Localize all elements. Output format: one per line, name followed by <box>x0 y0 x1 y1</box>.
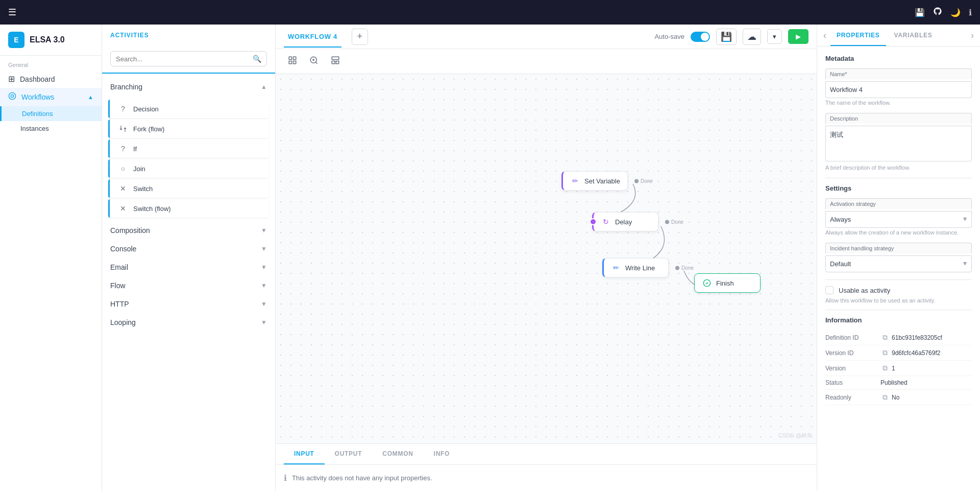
switch-icon: ✕ <box>118 183 128 194</box>
category-email[interactable]: Email ▼ <box>102 258 275 276</box>
category-branching[interactable]: Branching ▲ <box>102 78 275 96</box>
write-line-port-dot <box>675 266 679 270</box>
switch-label: Switch <box>133 185 153 193</box>
svg-rect-8 <box>332 61 335 64</box>
publish-button[interactable]: ☁ <box>743 29 761 45</box>
workflows-chevron-up: ▲ <box>88 94 93 100</box>
add-tab-button[interactable]: + <box>352 29 368 45</box>
activity-fork-flow[interactable]: Fork (flow) <box>108 120 269 138</box>
delay-port-label: Done <box>671 219 683 225</box>
node-delay[interactable]: ↻ Delay Done <box>592 212 658 231</box>
sidebar-sub-item-instances[interactable]: Instances <box>0 121 102 136</box>
activation-strategy-select[interactable]: Always Singleton Correlation <box>825 211 972 228</box>
info-row-readonly: Readonly ⧉ No <box>825 390 972 405</box>
properties-panel: ‹ PROPERTIES VARIABLES › Metadata Name* … <box>817 25 980 491</box>
node-finish[interactable]: Finish <box>694 273 761 293</box>
branching-items: ? Decision Fork (flow) ? If ○ Join <box>102 96 275 221</box>
sidebar-item-dashboard[interactable]: ⊞ Dashboard <box>0 70 102 88</box>
write-line-port-label: Done <box>681 265 694 271</box>
watermark: CSDN @林朱 <box>778 432 813 439</box>
if-label: If <box>133 145 137 153</box>
zoom-fit-button[interactable] <box>305 53 323 69</box>
workflow-canvas[interactable]: ✏ Set Variable Done ↻ Delay Done <box>276 74 817 443</box>
readonly-copy[interactable]: ⧉ <box>883 393 888 402</box>
activity-join[interactable]: ○ Join <box>108 159 269 178</box>
workflows-label: Workflows <box>21 93 54 101</box>
decision-icon: ? <box>118 104 128 114</box>
divider-2 <box>825 279 972 280</box>
tab-variables[interactable]: VARIABLES <box>888 25 939 46</box>
description-textarea[interactable]: 测试 <box>825 126 972 161</box>
activation-hint: Always allow the creation of a new workf… <box>825 229 972 236</box>
activity-switch[interactable]: ✕ Switch <box>108 179 269 198</box>
category-http[interactable]: HTTP ▼ <box>102 295 275 313</box>
svg-rect-9 <box>336 61 339 64</box>
activity-decision[interactable]: ? Decision <box>108 100 269 118</box>
delay-port-dot <box>665 220 669 224</box>
activity-if[interactable]: ? If <box>108 139 269 158</box>
topbar-icons: 💾 🌙 ℹ <box>915 7 972 18</box>
version-id-copy[interactable]: ⧉ <box>883 348 888 357</box>
layout-button[interactable] <box>327 53 344 69</box>
activity-switch-flow[interactable]: ✕ Switch (flow) <box>108 199 269 218</box>
menu-icon[interactable]: ☰ <box>8 7 16 18</box>
save-icon[interactable]: 💾 <box>915 8 925 17</box>
activities-title: ACTIVITIES <box>110 25 267 45</box>
node-set-variable[interactable]: ✏ Set Variable Done <box>561 171 628 191</box>
http-chevron: ▼ <box>261 300 267 308</box>
usable-checkbox[interactable] <box>825 286 834 294</box>
svg-rect-3 <box>293 57 296 59</box>
props-nav-back[interactable]: ‹ <box>821 28 828 43</box>
write-line-icon: ✏ <box>611 263 621 273</box>
metadata-title: Metadata <box>825 55 972 62</box>
definition-id-copy[interactable]: ⧉ <box>883 333 888 342</box>
sidebar-item-workflows[interactable]: Workflows ▲ <box>0 88 102 106</box>
canvas-connectors <box>276 74 817 443</box>
version-copy[interactable]: ⧉ <box>883 364 888 372</box>
autosave-label: Auto-save <box>654 33 684 40</box>
category-composition[interactable]: Composition ▼ <box>102 221 275 240</box>
sidebar-sub-item-definitions[interactable]: Definitions <box>0 106 102 121</box>
tab-input[interactable]: INPUT <box>284 444 325 464</box>
logo-text: ELSA 3.0 <box>30 35 65 44</box>
save-button[interactable]: 💾 <box>716 29 737 45</box>
delay-left-port <box>590 218 597 225</box>
tab-info[interactable]: INFO <box>424 444 460 464</box>
fork-flow-icon <box>118 124 128 134</box>
definition-id-value: 61bc931fe83205cf <box>892 334 972 341</box>
name-input[interactable] <box>825 81 972 98</box>
topbar: ☰ 💾 🌙 ℹ <box>0 0 980 25</box>
category-console[interactable]: Console ▼ <box>102 240 275 258</box>
node-write-line[interactable]: ✏ Write Line Done <box>602 258 669 277</box>
tab-common[interactable]: COMMON <box>372 444 423 464</box>
category-looping[interactable]: Looping ▼ <box>102 313 275 332</box>
bottom-content-text: This activity does not have any input pr… <box>292 474 432 482</box>
tab-properties[interactable]: PROPERTIES <box>830 25 886 46</box>
canvas-bottom-container: ✏ Set Variable Done ↻ Delay Done <box>276 74 817 491</box>
workflow-tab[interactable]: WORKFLOW 4 <box>284 26 341 48</box>
category-flow[interactable]: Flow ▼ <box>102 276 275 295</box>
incident-handling-select[interactable]: Default Fault Ignore <box>825 255 972 272</box>
search-bar: 🔍 <box>110 51 267 66</box>
info-icon[interactable]: ℹ <box>969 8 972 17</box>
info-row-version-id: Version ID ⧉ 9d6fcfc46a5769f2 <box>825 345 972 361</box>
props-nav-forward[interactable]: › <box>969 28 976 43</box>
email-label: Email <box>110 263 128 271</box>
finish-label: Finish <box>716 279 734 287</box>
github-icon[interactable] <box>933 7 942 18</box>
decision-label: Decision <box>133 105 159 113</box>
fit-view-button[interactable] <box>284 53 301 69</box>
darkmode-icon[interactable]: 🌙 <box>950 8 961 17</box>
canvas-area: WORKFLOW 4 + Auto-save 💾 ☁ ▾ ▶ <box>276 25 817 491</box>
flow-label: Flow <box>110 282 126 290</box>
branching-chevron: ▲ <box>261 83 267 90</box>
write-line-port: Done <box>675 265 694 271</box>
more-options-button[interactable]: ▾ <box>767 29 782 44</box>
looping-label: Looping <box>110 318 136 326</box>
activities-list: Branching ▲ ? Decision Fork (flow) ? If <box>102 74 275 491</box>
tab-output[interactable]: OUTPUT <box>325 444 373 464</box>
run-button[interactable]: ▶ <box>788 29 808 44</box>
autosave-toggle[interactable] <box>691 32 710 42</box>
search-input[interactable] <box>116 55 249 63</box>
name-hint: The name of the workflow. <box>825 100 972 106</box>
